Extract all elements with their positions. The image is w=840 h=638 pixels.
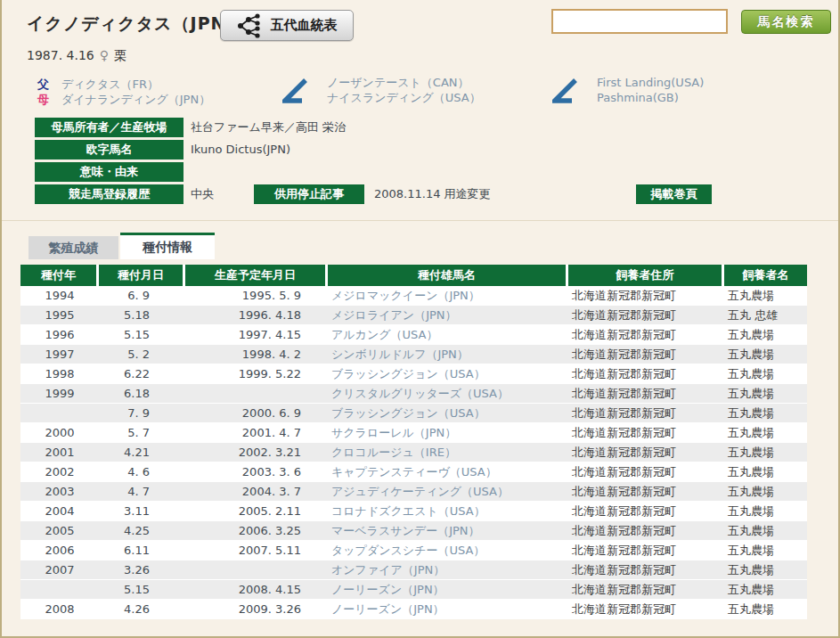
cell-mating-date: 7. 9 xyxy=(99,404,185,422)
cell-keeper-name: 五丸農場 xyxy=(724,404,807,422)
table-row: 2001 4.21 2002. 3.21 クロコルージュ（IRE） 北海道新冠郡… xyxy=(20,443,807,462)
cell-year: 2000 xyxy=(20,423,99,442)
cell-due-date: 2004. 3. 7 xyxy=(185,482,328,501)
info-row-registration: 競走馬登録履歴 中央 供用停止記事 2008.11.14 用途変更 掲載巻頁 xyxy=(2,184,840,204)
birth-date: 1987. 4.16 xyxy=(27,48,94,62)
stallion-link[interactable]: ノーリーズン（JPN） xyxy=(331,583,444,596)
cell-mating-date: 5. 2 xyxy=(99,345,185,364)
cell-mating-date: 4.25 xyxy=(99,521,185,540)
cell-keeper-name: 五丸農場 xyxy=(724,600,807,618)
cell-keeper-address: 北海道新冠郡新冠町 xyxy=(568,443,724,462)
stallion-link[interactable]: アジュディケーティング（USA） xyxy=(331,485,509,498)
stallion-link[interactable]: シンボリルドルフ（JPN） xyxy=(331,348,469,361)
cell-due-date: 2003. 3. 6 xyxy=(185,462,328,481)
cell-keeper-name: 五丸農場 xyxy=(724,345,807,364)
stallion-link[interactable]: アルカング（USA） xyxy=(331,328,437,341)
cell-due-date xyxy=(185,560,328,579)
cell-year: 2007 xyxy=(20,560,99,579)
pedigree-table-button[interactable]: 五代血統表 xyxy=(220,10,354,41)
cell-mating-date: 6.22 xyxy=(99,364,185,383)
dam-link[interactable]: ダイナランディング（JPN） xyxy=(61,93,210,106)
owner-farm-value: 社台ファーム早来／高田 栄治 xyxy=(191,118,346,137)
table-row: 1999 6.18 クリスタルグリッターズ（USA） 北海道新冠郡新冠町 五丸農… xyxy=(20,384,807,404)
damdam-link[interactable]: ナイスランディング（USA） xyxy=(327,91,481,104)
tab-mating-info[interactable]: 種付情報 xyxy=(120,233,215,259)
stallion-link[interactable]: キャプテンスティーヴ（USA） xyxy=(331,465,497,478)
cell-keeper-address: 北海道新冠郡新冠町 xyxy=(568,502,724,520)
table-row: 2004 3.11 2005. 2.11 コロナドズクエスト（USA） 北海道新… xyxy=(20,502,807,521)
parents-block: 父ディクタス（FR） 母ダイナランディング（JPN） xyxy=(37,77,210,107)
cell-keeper-address: 北海道新冠郡新冠町 xyxy=(568,521,724,540)
cell-keeper-address: 北海道新冠郡新冠町 xyxy=(568,423,724,442)
stallion-link[interactable]: サクラローレル（JPN） xyxy=(331,426,456,439)
stallion-link[interactable]: オンファイア（JPN） xyxy=(331,563,444,577)
dam-label: 母 xyxy=(37,93,49,106)
cell-year: 1997 xyxy=(20,345,99,364)
cell-due-date: 2002. 3.21 xyxy=(185,443,328,462)
cell-mating-date: 4.26 xyxy=(99,600,185,618)
table-row: 1996 5.15 1997. 4.15 アルカング（USA） 北海道新冠郡新冠… xyxy=(20,325,807,345)
cell-keeper-name: 五丸農場 xyxy=(724,286,807,305)
cell-mating-date: 6.18 xyxy=(99,384,185,403)
cell-due-date: 2008. 4.15 xyxy=(185,580,328,599)
table-row: 1995 5.18 1996. 4.18 メジロライアン（JPN） 北海道新冠郡… xyxy=(20,306,807,325)
cell-keeper-name: 五丸農場 xyxy=(724,325,807,344)
latin-name-label: 欧字馬名 xyxy=(35,140,183,160)
stallion-link[interactable]: コロナドズクエスト（USA） xyxy=(331,504,485,518)
cell-due-date: 1996. 4.18 xyxy=(185,306,328,324)
damdam-parents-block: First Landing(USA) Pashmina(GB) xyxy=(552,75,704,107)
col-header-year: 種付年 xyxy=(20,265,99,286)
damdamdam-link[interactable]: Pashmina(GB) xyxy=(597,91,679,104)
tab-breeding-results[interactable]: 繁殖成績 xyxy=(29,236,118,259)
stallion-link[interactable]: メジロライアン（JPN） xyxy=(331,308,457,322)
cell-mating-date: 5.18 xyxy=(99,306,185,324)
cell-year: 2003 xyxy=(20,482,99,501)
birth-line: 1987. 4.16♀栗 xyxy=(27,48,126,64)
cell-year: 1994 xyxy=(20,286,99,305)
damsire-link[interactable]: ノーザンテースト（CAN） xyxy=(327,76,469,89)
cell-stallion: マーベラスサンデー（JPN） xyxy=(328,521,568,540)
col-header-due-date: 生産予定年月日 xyxy=(185,265,328,286)
cell-keeper-address: 北海道新冠郡新冠町 xyxy=(568,325,724,344)
stallion-link[interactable]: タップダンスシチー（USA） xyxy=(331,544,485,557)
stallion-link[interactable]: ブラッシングジョン（USA） xyxy=(331,406,485,420)
cell-stallion: オンファイア（JPN） xyxy=(328,560,568,579)
stallion-link[interactable]: クリスタルグリッターズ（USA） xyxy=(331,387,509,400)
cell-stallion: タップダンスシチー（USA） xyxy=(328,541,568,560)
table-row: 1998 6.22 1999. 5.22 ブラッシングジョン（USA） 北海道新… xyxy=(20,364,807,384)
cell-mating-date: 4. 6 xyxy=(99,462,185,481)
cell-keeper-address: 北海道新冠郡新冠町 xyxy=(568,364,724,383)
cell-stallion: ブラッシングジョン（USA） xyxy=(328,404,568,422)
cell-year: 2005 xyxy=(20,521,99,540)
cell-year: 2001 xyxy=(20,443,99,462)
damdamsire-link[interactable]: First Landing(USA) xyxy=(597,76,704,89)
horse-name-search-input[interactable] xyxy=(551,9,728,34)
table-row: 2007 3.26 オンファイア（JPN） 北海道新冠郡新冠町 五丸農場 xyxy=(20,560,807,580)
cell-stallion: キャプテンスティーヴ（USA） xyxy=(328,462,568,481)
cell-year: 2002 xyxy=(20,462,99,481)
cell-mating-date: 6. 9 xyxy=(99,286,185,305)
cell-year: 1999 xyxy=(20,384,99,403)
female-icon: ♀ xyxy=(94,48,114,62)
page-title: イクノディクタス（JPN） xyxy=(27,12,243,36)
cell-keeper-name: 五丸農場 xyxy=(724,364,807,383)
cell-due-date: 1995. 5. 9 xyxy=(185,286,328,305)
cell-keeper-address: 北海道新冠郡新冠町 xyxy=(568,462,724,481)
published-pages-button[interactable]: 掲載巻頁 xyxy=(636,184,712,204)
cell-year: 2004 xyxy=(20,502,99,520)
stallion-link[interactable]: ノーリーズン（JPN） xyxy=(331,602,444,616)
cell-keeper-address: 北海道新冠郡新冠町 xyxy=(568,482,724,501)
stallion-link[interactable]: クロコルージュ（IRE） xyxy=(331,446,456,459)
cell-stallion: アルカング（USA） xyxy=(328,325,568,344)
cell-due-date: 1999. 5.22 xyxy=(185,364,328,383)
cell-keeper-name: 五丸農場 xyxy=(724,560,807,579)
sire-link[interactable]: ディクタス（FR） xyxy=(61,78,159,91)
stallion-link[interactable]: マーベラスサンデー（JPN） xyxy=(331,524,480,537)
cell-keeper-name: 五丸農場 xyxy=(724,482,807,501)
stallion-link[interactable]: ブラッシングジョン（USA） xyxy=(331,367,485,380)
cell-year: 1996 xyxy=(20,325,99,344)
stallion-link[interactable]: メジロマックイーン（JPN） xyxy=(331,289,480,302)
stop-record-value: 2008.11.14 用途変更 xyxy=(374,184,491,204)
horse-name-search-button[interactable]: 馬名検索 xyxy=(741,10,831,34)
col-header-keeper-name: 飼養者名 xyxy=(724,265,807,286)
